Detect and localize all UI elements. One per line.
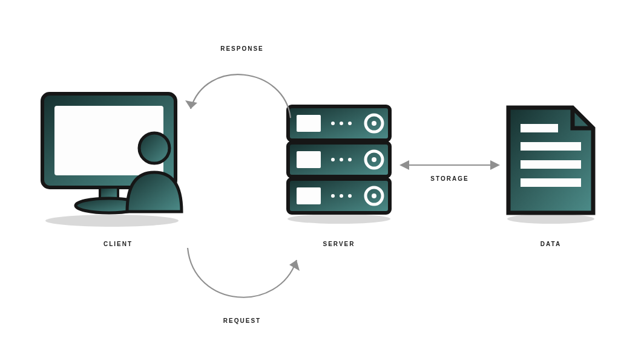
- svg-point-23: [331, 194, 335, 198]
- svg-rect-15: [297, 151, 321, 168]
- storage-arrow: [398, 156, 501, 174]
- svg-point-5: [139, 133, 169, 163]
- request-arrow: [176, 242, 309, 327]
- data-label: DATA: [521, 241, 581, 247]
- svg-point-24: [340, 194, 343, 198]
- svg-point-28: [507, 214, 594, 224]
- svg-point-6: [288, 214, 390, 224]
- svg-point-25: [348, 194, 352, 198]
- svg-point-20: [372, 157, 376, 162]
- svg-rect-31: [521, 160, 581, 169]
- server-label: SERVER: [309, 241, 369, 247]
- svg-point-9: [331, 122, 335, 125]
- svg-point-10: [340, 122, 343, 125]
- svg-marker-36: [399, 160, 409, 170]
- response-label: RESPONSE: [212, 45, 272, 52]
- response-arrow: [182, 48, 303, 133]
- svg-point-27: [372, 193, 376, 198]
- svg-rect-32: [521, 178, 581, 187]
- svg-marker-34: [289, 260, 300, 271]
- svg-rect-30: [521, 142, 581, 151]
- svg-marker-37: [490, 160, 500, 170]
- svg-point-0: [45, 215, 179, 227]
- svg-marker-33: [185, 100, 197, 109]
- svg-point-17: [340, 158, 343, 161]
- data-icon: [502, 103, 599, 224]
- svg-point-11: [348, 122, 352, 125]
- svg-point-16: [331, 158, 335, 161]
- svg-point-18: [348, 158, 352, 161]
- svg-rect-29: [521, 124, 558, 132]
- request-label: REQUEST: [212, 317, 272, 324]
- storage-label: STORAGE: [419, 175, 480, 182]
- client-icon: [36, 91, 194, 230]
- svg-rect-22: [297, 187, 321, 204]
- svg-point-13: [372, 121, 376, 126]
- client-label: CLIENT: [88, 241, 148, 247]
